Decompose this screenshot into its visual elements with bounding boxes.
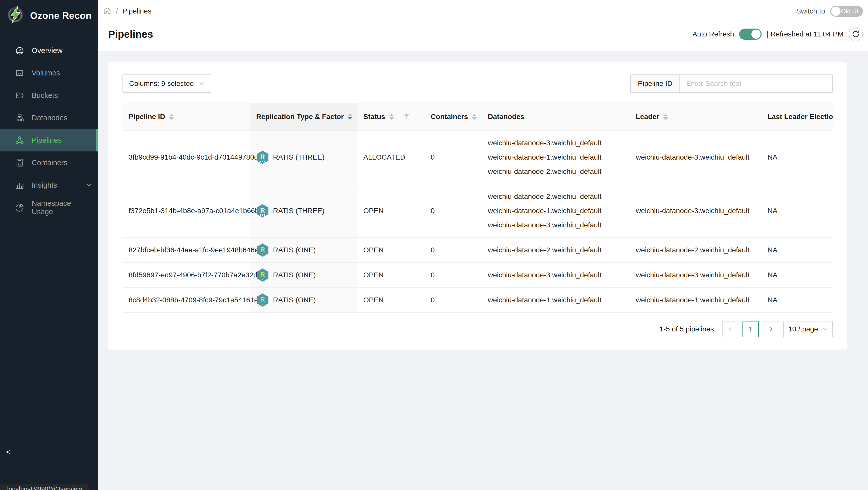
table-row: 8c8d4b32-088b-4709-8fc9-79c1e54161ebRRAT… (122, 288, 833, 313)
replication-label: RATIS (THREE) (273, 207, 324, 215)
datanode-host: weichiu-datanode-3.weichiu_default (488, 268, 626, 282)
replication-label: RATIS (ONE) (273, 271, 316, 279)
svg-text:R: R (260, 296, 265, 303)
filter-funnel-icon[interactable] (403, 113, 410, 120)
replication-label: RATIS (ONE) (273, 296, 316, 304)
sidebar-item-label: Overview (32, 46, 63, 55)
cell-leader: weichiu-datanode-1.weichiu_default (630, 288, 761, 313)
pagination-page-1[interactable]: 1 (742, 321, 759, 337)
datanode-host: weichiu-datanode-3.weichiu_default (488, 136, 626, 150)
sidebar-item-containers[interactable]: Containers (0, 152, 98, 174)
table-header-row: Pipeline IDReplication Type & FactorStat… (122, 103, 833, 131)
sidebar-item-label: Pipelines (32, 136, 62, 144)
table-row: 8fd59697-ed97-4906-b7f2-770b7a2e32ddRRAT… (122, 263, 833, 288)
brand[interactable]: Ozone Recon (0, 0, 98, 31)
pagination-prev-button[interactable] (722, 321, 738, 337)
old-ui-toggle-label: Old UI (841, 6, 858, 17)
column-label: Status (363, 113, 385, 121)
pagination-next-button[interactable] (763, 321, 779, 337)
breadcrumb-separator: / (116, 7, 118, 15)
column-label: Containers (431, 113, 468, 121)
column-header-election: Last Leader Election (761, 103, 833, 131)
search-input[interactable] (679, 74, 833, 93)
main-area: / Pipelines Switch to Old UI Pipelines A… (98, 0, 868, 490)
column-header-id[interactable]: Pipeline ID (122, 103, 250, 131)
cell-containers: 0 (425, 263, 482, 288)
sidebar-item-namespace-usage[interactable]: Namespace Usage (0, 196, 98, 219)
cell-leader: weichiu-datanode-2.weichiu_default (630, 238, 761, 263)
column-header-containers[interactable]: Containers (425, 103, 482, 131)
cell-last-leader-election: NA (761, 263, 833, 288)
cell-containers: 0 (425, 131, 482, 184)
cell-pipeline-id: 3fb9cd99-91b4-40dc-9c1d-d701449780d2 (122, 131, 250, 184)
sort-carets-icon[interactable] (472, 114, 476, 120)
datanode-host: weichiu-datanode-1.weichiu_default (488, 293, 626, 307)
datanode-host: weichiu-datanode-1.weichiu_default (488, 150, 626, 164)
ratis-badge-icon: R (256, 150, 269, 164)
cell-last-leader-election: NA (761, 238, 833, 263)
table-row: f372e5b1-314b-4b8e-a97a-c01a4e1b66b4RRAT… (122, 184, 833, 238)
search-group: Pipeline ID (630, 74, 833, 93)
refresh-button[interactable] (848, 27, 863, 41)
status-url-bubble: localhost:9090/#/Overview (0, 484, 89, 490)
brand-title: Ozone Recon (30, 10, 92, 21)
auto-refresh-toggle[interactable] (739, 29, 762, 40)
column-label: Datanodes (488, 113, 524, 121)
cell-leader: weichiu-datanode-3.weichiu_default (630, 184, 761, 238)
sidebar-collapse-icon[interactable]: < (6, 448, 11, 456)
ratis-badge-icon: R (256, 204, 269, 218)
sort-carets-icon[interactable] (348, 114, 352, 120)
datanode-host: weichiu-datanode-1.weichiu_default (488, 204, 626, 218)
table-row: 827bfceb-bf36-44aa-a1fc-9ee1948b646eRRAT… (122, 238, 833, 263)
breadcrumb-current: Pipelines (122, 7, 152, 15)
column-label: Last Leader Election (768, 113, 833, 121)
cell-last-leader-election: NA (761, 184, 833, 238)
page-size-select[interactable]: 10 / page (783, 321, 833, 337)
sort-carets-icon[interactable] (389, 114, 394, 120)
page-size-label: 10 / page (788, 325, 818, 333)
breadcrumb: / Pipelines (103, 6, 151, 16)
sidebar-item-overview[interactable]: Overview (0, 39, 98, 62)
column-header-datanodes: Datanodes (482, 103, 630, 131)
sidebar: Ozone Recon OverviewVolumesBucketsDatano… (0, 0, 98, 490)
ratis-badge-icon: R (256, 293, 269, 307)
column-header-replication[interactable]: Replication Type & Factor (250, 103, 357, 131)
chevron-down-icon (86, 182, 92, 188)
pagination: 1-5 of 5 pipelines 1 10 / page (122, 321, 833, 337)
column-header-status[interactable]: Status (357, 103, 425, 131)
column-label: Replication Type & Factor (256, 113, 344, 121)
cell-replication: RRATIS (ONE) (250, 288, 357, 313)
ozone-logo-icon (6, 6, 25, 26)
switch-to-label: Switch to (796, 7, 825, 15)
sidebar-item-pipelines[interactable]: Pipelines (0, 129, 98, 152)
sort-carets-icon[interactable] (663, 114, 668, 120)
cluster-icon (15, 113, 24, 122)
sidebar-item-volumes[interactable]: Volumes (0, 62, 98, 84)
cell-status: OPEN (357, 184, 425, 238)
cell-replication: RRATIS (ONE) (250, 263, 357, 288)
cell-pipeline-id: 8c8d4b32-088b-4709-8fc9-79c1e54161eb (122, 288, 250, 313)
sort-carets-icon[interactable] (169, 114, 174, 120)
svg-text:R: R (260, 246, 265, 253)
cell-datanodes: weichiu-datanode-1.weichiu_default (482, 288, 630, 313)
home-icon[interactable] (103, 6, 111, 16)
sidebar-item-label: Datanodes (32, 114, 67, 122)
toggle-knob (831, 7, 840, 16)
cell-leader: weichiu-datanode-3.weichiu_default (630, 131, 761, 184)
sidebar-item-datanodes[interactable]: Datanodes (0, 106, 98, 129)
sidebar-item-label: Insights (32, 181, 57, 189)
pipelines-card: Columns: 9 selected Pipeline ID Pipeline… (108, 62, 847, 350)
sidebar-item-insights[interactable]: Insights (0, 174, 98, 196)
sidebar-item-buckets[interactable]: Buckets (0, 84, 98, 106)
datanode-host: weichiu-datanode-2.weichiu_default (488, 164, 626, 179)
cell-containers: 0 (425, 238, 482, 263)
svg-text:R: R (260, 207, 265, 214)
cell-datanodes: weichiu-datanode-2.weichiu_defaultweichi… (482, 184, 630, 238)
cell-replication: RRATIS (THREE) (250, 184, 357, 238)
columns-select[interactable]: Columns: 9 selected (122, 74, 211, 93)
cell-datanodes: weichiu-datanode-3.weichiu_defaultweichi… (482, 131, 630, 184)
chevron-down-icon (198, 80, 205, 87)
old-ui-toggle[interactable]: Old UI (830, 6, 863, 17)
cell-replication: RRATIS (THREE) (250, 131, 357, 184)
column-header-leader[interactable]: Leader (630, 103, 761, 131)
